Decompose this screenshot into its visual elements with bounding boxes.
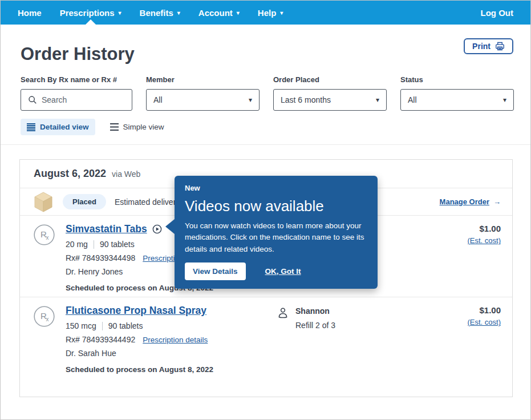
price: $1.00: [467, 224, 501, 233]
section-divider: [1, 144, 530, 145]
simple-view-label: Simple view: [123, 123, 164, 131]
member-column: Shannon Refill 2 of 3: [277, 306, 335, 330]
medication-name-link[interactable]: Simvastatin Tabs: [66, 223, 147, 235]
nav-item-label: Account: [198, 8, 233, 18]
logout-label: Log Out: [481, 8, 513, 18]
chevron-down-icon: ▾: [177, 10, 180, 16]
detailed-view-toggle[interactable]: Detailed view: [21, 119, 95, 135]
filter-status: Status All ▾: [400, 75, 514, 111]
rx-icon: R x: [34, 224, 55, 248]
rx-number-line: Rx# 784939344492 Prescription details: [66, 335, 501, 344]
chevron-down-icon: ▾: [376, 96, 379, 104]
est-cost-link[interactable]: (Est. cost): [467, 236, 501, 245]
active-nav-pointer: [86, 19, 96, 25]
order-history-page: Home Prescriptions ▾ Benefits ▾ Account …: [0, 0, 531, 420]
nav-item-label: Benefits: [140, 8, 173, 18]
chevron-down-icon: ▾: [119, 10, 121, 16]
nav-item-prescriptions[interactable]: Prescriptions ▾: [60, 1, 121, 25]
dose: 20 mg: [66, 240, 88, 249]
search-box: [21, 89, 132, 111]
view-toggle: Detailed view Simple view: [21, 119, 164, 135]
nav-item-label: Prescriptions: [60, 8, 115, 18]
simple-view-toggle[interactable]: Simple view: [110, 123, 164, 131]
doctor-name: Dr. Sarah Hue: [66, 349, 501, 358]
order-placed-label: Order Placed: [273, 75, 387, 84]
status-badge: Placed: [63, 194, 106, 209]
nav-item-benefits[interactable]: Benefits ▾: [140, 1, 180, 25]
member-value: All: [153, 95, 163, 104]
detailed-list-icon: [27, 123, 35, 131]
chevron-down-icon: ▾: [237, 10, 240, 16]
order-date: August 6, 2022: [34, 168, 106, 180]
member-label: Member: [146, 75, 260, 84]
chevron-down-icon: ▾: [503, 96, 506, 104]
simple-list-icon: [110, 123, 119, 131]
popup-actions: View Details OK, Got It: [185, 262, 367, 280]
member-select[interactable]: All ▾: [146, 89, 260, 111]
popup-arrow: [165, 219, 175, 234]
prescription-details-link[interactable]: Prescription details: [143, 336, 208, 344]
est-cost-link[interactable]: (Est. cost): [467, 318, 501, 326]
member-name: Shannon: [295, 306, 335, 316]
price-column: $1.00 (Est. cost): [467, 305, 501, 326]
svg-text:x: x: [46, 235, 49, 241]
filters-bar: Search By Rx name or Rx # Member All ▾ O…: [21, 75, 514, 111]
rx-icon: R x: [34, 306, 55, 329]
price-column: $1.00 (Est. cost): [467, 224, 501, 245]
chevron-down-icon: ▾: [249, 96, 252, 104]
manage-order-label: Manage Order: [440, 197, 489, 206]
dose: 150 mcg: [66, 321, 96, 330]
chevron-down-icon: ▾: [280, 10, 283, 16]
new-badge: New: [185, 184, 367, 192]
nav-item-help[interactable]: Help ▾: [258, 1, 283, 25]
detailed-view-label: Detailed view: [40, 123, 89, 131]
rx-number: Rx# 784939344498: [66, 253, 135, 262]
order-channel: via Web: [112, 169, 140, 179]
refill-status: Refill 2 of 3: [295, 321, 335, 330]
view-details-button[interactable]: View Details: [185, 262, 246, 280]
filter-member: Member All ▾: [146, 75, 260, 111]
status-label: Status: [400, 75, 514, 84]
print-button[interactable]: Print: [464, 38, 513, 54]
popup-body: You can now watch videos to learn more a…: [185, 220, 367, 255]
arrow-right-icon: →: [493, 197, 501, 206]
rx-number: Rx# 784939344492: [66, 335, 135, 344]
package-icon: [34, 192, 53, 212]
page-title: Order History: [21, 44, 135, 64]
filter-order-placed: Order Placed Last 6 months ▾: [273, 75, 387, 111]
divider: [102, 322, 103, 330]
nav-item-account[interactable]: Account ▾: [198, 1, 240, 25]
divider: [94, 240, 94, 249]
filter-search: Search By Rx name or Rx #: [21, 75, 132, 111]
status-value: All: [408, 95, 417, 104]
nav-item-label: Home: [18, 8, 42, 18]
videos-available-popup: New Videos now available You can now wat…: [175, 176, 378, 289]
status-select[interactable]: All ▾: [400, 89, 514, 111]
manage-order-link[interactable]: Manage Order →: [440, 197, 501, 206]
person-icon: [277, 306, 289, 330]
quantity: 90 tablets: [100, 240, 135, 249]
print-label: Print: [472, 42, 491, 51]
nav-item-label: Help: [258, 8, 277, 18]
ok-got-it-link[interactable]: OK, Got It: [265, 267, 301, 276]
top-nav: Home Prescriptions ▾ Benefits ▾ Account …: [1, 1, 530, 25]
order-placed-value: Last 6 months: [281, 95, 331, 104]
medication-name-link[interactable]: Fluticasone Prop Nasal Spray: [66, 305, 206, 317]
quantity: 90 tablets: [108, 321, 143, 330]
nav-item-home[interactable]: Home: [18, 1, 42, 25]
scheduled-text: Scheduled to process on August 8, 2022: [66, 365, 501, 374]
price: $1.00: [467, 305, 501, 315]
search-label: Search By Rx name or Rx #: [21, 75, 132, 84]
medication-row: R x Fluticasone Prop Nasal Spray 150 mcg…: [20, 297, 512, 398]
search-input[interactable]: [42, 95, 125, 104]
order-placed-select[interactable]: Last 6 months ▾: [273, 89, 387, 111]
member-texts: Shannon Refill 2 of 3: [295, 306, 335, 330]
estimated-delivery-text: Estimated deliver: [115, 197, 176, 207]
video-play-icon[interactable]: [152, 224, 162, 234]
svg-text:x: x: [46, 316, 49, 322]
logout-button[interactable]: Log Out: [481, 1, 513, 25]
printer-icon: [495, 42, 505, 51]
search-icon: [28, 95, 37, 104]
popup-title: Videos now available: [185, 197, 367, 215]
